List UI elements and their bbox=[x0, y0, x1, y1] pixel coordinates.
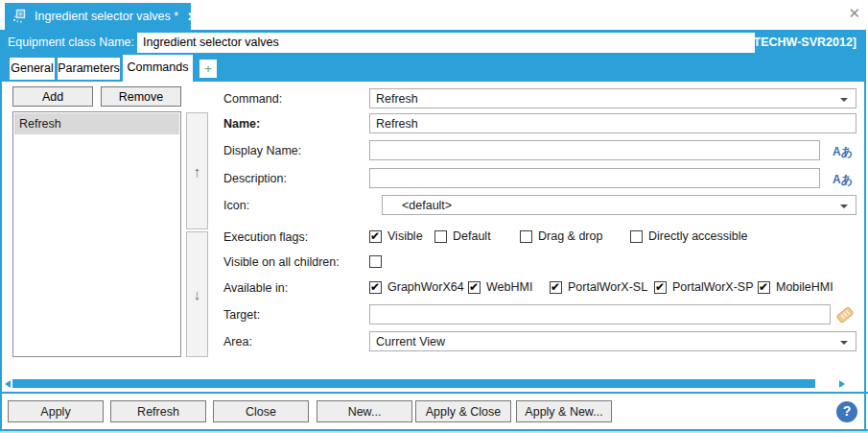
checkbox-icon bbox=[630, 230, 643, 243]
checkbox-icon bbox=[550, 281, 562, 294]
description-label: Description: bbox=[223, 172, 287, 185]
checkbox-icon bbox=[654, 281, 667, 294]
checkbox-portalworx-sp[interactable]: PortalWorX-SP bbox=[654, 279, 754, 295]
execution-flags-label: Execution flags: bbox=[223, 230, 308, 244]
document-tab[interactable]: Ingredient selector valves * ✕ bbox=[5, 3, 191, 30]
apply-close-button[interactable]: Apply & Close bbox=[415, 400, 511, 422]
document-tab-title: Ingredient selector valves * bbox=[35, 10, 178, 23]
refresh-button[interactable]: Refresh bbox=[110, 400, 206, 422]
tab-parameters[interactable]: Parameters bbox=[58, 58, 120, 80]
command-label: Command: bbox=[223, 92, 282, 106]
document-tab-close-icon[interactable]: ✕ bbox=[187, 10, 198, 24]
checkbox-icon bbox=[520, 230, 532, 243]
name-input[interactable]: Refresh bbox=[369, 113, 856, 133]
checkbox-drag-drop[interactable]: Drag & drop bbox=[520, 229, 602, 244]
tab-general[interactable]: General bbox=[10, 58, 55, 80]
dialog-right-border bbox=[864, 30, 866, 431]
checkbox-default[interactable]: Default bbox=[434, 229, 491, 244]
apply-new-button[interactable]: Apply & New... bbox=[516, 400, 612, 422]
horizontal-scrollbar-thumb[interactable] bbox=[12, 379, 815, 388]
move-up-button[interactable]: ↑ bbox=[186, 112, 208, 229]
checkbox-icon bbox=[468, 281, 481, 294]
area-label: Area: bbox=[223, 335, 252, 349]
equipment-class-dialog: ✕ Ingredient selector valves * ✕ Equipme… bbox=[0, 0, 868, 433]
localize-icon[interactable]: Aあ bbox=[833, 172, 853, 188]
remove-button[interactable]: Remove bbox=[101, 86, 181, 107]
display-name-input[interactable] bbox=[369, 140, 820, 160]
localize-icon[interactable]: Aあ bbox=[833, 144, 853, 160]
checkbox-icon bbox=[758, 281, 770, 294]
scrollbar-right-arrow-icon[interactable] bbox=[839, 380, 845, 388]
checkbox-icon bbox=[369, 230, 382, 243]
checkbox-graphworx64[interactable]: GraphWorX64 bbox=[369, 279, 464, 295]
checkbox-icon bbox=[369, 281, 382, 294]
add-button[interactable]: Add bbox=[12, 86, 93, 107]
scrollbar-left-arrow-icon[interactable] bbox=[5, 380, 11, 388]
equipment-class-name-label: Equipment class Name: bbox=[8, 36, 134, 49]
arrow-down-icon: ↓ bbox=[194, 286, 201, 302]
apply-button[interactable]: Apply bbox=[8, 400, 104, 422]
checkbox-visible[interactable]: Visible bbox=[369, 229, 423, 244]
arrow-up-icon: ↑ bbox=[194, 163, 201, 180]
help-icon[interactable]: ? bbox=[836, 401, 857, 422]
icon-dropdown[interactable]: <default> bbox=[382, 195, 856, 215]
checkbox-directly-accessible[interactable]: Directly accessible bbox=[630, 229, 748, 244]
tag-browse-icon[interactable] bbox=[834, 304, 856, 328]
server-badge: [TECHW-SVR2012] bbox=[749, 36, 856, 49]
checkbox-portalworx-sl[interactable]: PortalWorX-SL bbox=[550, 279, 647, 295]
checkbox-icon bbox=[434, 230, 447, 243]
target-input[interactable] bbox=[369, 304, 831, 325]
equipment-class-name-input[interactable]: Ingredient selector valves bbox=[137, 33, 755, 53]
visible-on-all-children-label: Visible on all children: bbox=[223, 255, 340, 269]
list-item[interactable]: Refresh bbox=[14, 113, 179, 134]
checkbox-visible-on-all-children[interactable] bbox=[369, 253, 382, 269]
new-button[interactable]: New... bbox=[317, 400, 412, 422]
footer-separator bbox=[0, 392, 868, 394]
window-close-icon[interactable]: ✕ bbox=[848, 6, 860, 20]
icon-label: Icon: bbox=[223, 199, 249, 212]
checkbox-mobilehmi[interactable]: MobileHMI bbox=[758, 279, 833, 295]
command-list[interactable]: Refresh bbox=[12, 111, 181, 357]
command-dropdown[interactable]: Refresh bbox=[369, 88, 856, 108]
description-input[interactable] bbox=[369, 168, 820, 188]
tab-commands[interactable]: Commands bbox=[123, 55, 193, 82]
checkbox-webhmi[interactable]: WebHMI bbox=[468, 279, 532, 295]
dialog-left-border bbox=[0, 30, 2, 431]
area-dropdown[interactable]: Current View bbox=[369, 331, 856, 351]
tab-add-plus[interactable]: + bbox=[199, 60, 217, 78]
name-label: Name: bbox=[223, 117, 260, 131]
close-button[interactable]: Close bbox=[213, 400, 309, 422]
display-name-label: Display Name: bbox=[223, 144, 301, 157]
equipment-class-icon bbox=[12, 9, 28, 24]
target-label: Target: bbox=[223, 308, 260, 322]
checkbox-icon bbox=[369, 255, 382, 268]
move-down-button[interactable]: ↓ bbox=[186, 231, 208, 357]
available-in-label: Available in: bbox=[223, 281, 288, 295]
